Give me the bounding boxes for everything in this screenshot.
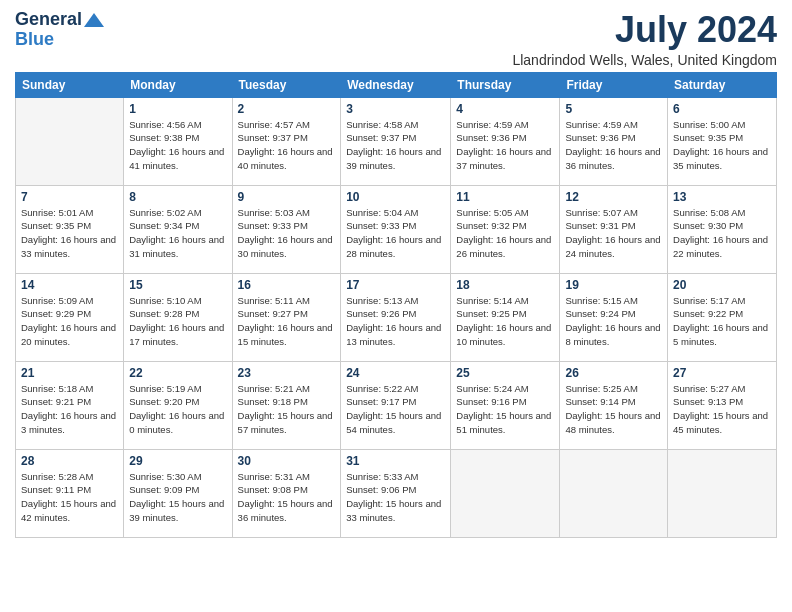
day-number: 1 bbox=[129, 102, 226, 116]
day-info: Sunrise: 5:08 AMSunset: 9:30 PMDaylight:… bbox=[673, 206, 771, 261]
calendar-cell: 7Sunrise: 5:01 AMSunset: 9:35 PMDaylight… bbox=[16, 185, 124, 273]
calendar-cell: 6Sunrise: 5:00 AMSunset: 9:35 PMDaylight… bbox=[668, 97, 777, 185]
day-info: Sunrise: 5:10 AMSunset: 9:28 PMDaylight:… bbox=[129, 294, 226, 349]
weekday-header: Tuesday bbox=[232, 72, 341, 97]
day-number: 29 bbox=[129, 454, 226, 468]
weekday-header: Wednesday bbox=[341, 72, 451, 97]
week-row: 21Sunrise: 5:18 AMSunset: 9:21 PMDayligh… bbox=[16, 361, 777, 449]
day-info: Sunrise: 5:15 AMSunset: 9:24 PMDaylight:… bbox=[565, 294, 662, 349]
weekday-header: Sunday bbox=[16, 72, 124, 97]
day-info: Sunrise: 5:17 AMSunset: 9:22 PMDaylight:… bbox=[673, 294, 771, 349]
logo-icon bbox=[84, 13, 104, 27]
day-number: 15 bbox=[129, 278, 226, 292]
day-info: Sunrise: 5:19 AMSunset: 9:20 PMDaylight:… bbox=[129, 382, 226, 437]
day-number: 24 bbox=[346, 366, 445, 380]
day-info: Sunrise: 5:00 AMSunset: 9:35 PMDaylight:… bbox=[673, 118, 771, 173]
day-number: 5 bbox=[565, 102, 662, 116]
calendar-cell: 12Sunrise: 5:07 AMSunset: 9:31 PMDayligh… bbox=[560, 185, 668, 273]
week-row: 28Sunrise: 5:28 AMSunset: 9:11 PMDayligh… bbox=[16, 449, 777, 537]
day-number: 4 bbox=[456, 102, 554, 116]
calendar-cell: 19Sunrise: 5:15 AMSunset: 9:24 PMDayligh… bbox=[560, 273, 668, 361]
calendar-cell: 10Sunrise: 5:04 AMSunset: 9:33 PMDayligh… bbox=[341, 185, 451, 273]
day-number: 19 bbox=[565, 278, 662, 292]
day-info: Sunrise: 5:33 AMSunset: 9:06 PMDaylight:… bbox=[346, 470, 445, 525]
calendar-cell: 22Sunrise: 5:19 AMSunset: 9:20 PMDayligh… bbox=[124, 361, 232, 449]
day-info: Sunrise: 4:57 AMSunset: 9:37 PMDaylight:… bbox=[238, 118, 336, 173]
day-number: 3 bbox=[346, 102, 445, 116]
day-number: 16 bbox=[238, 278, 336, 292]
day-info: Sunrise: 4:59 AMSunset: 9:36 PMDaylight:… bbox=[456, 118, 554, 173]
day-number: 14 bbox=[21, 278, 118, 292]
calendar-cell: 28Sunrise: 5:28 AMSunset: 9:11 PMDayligh… bbox=[16, 449, 124, 537]
week-row: 1Sunrise: 4:56 AMSunset: 9:38 PMDaylight… bbox=[16, 97, 777, 185]
calendar-cell: 26Sunrise: 5:25 AMSunset: 9:14 PMDayligh… bbox=[560, 361, 668, 449]
calendar-cell: 23Sunrise: 5:21 AMSunset: 9:18 PMDayligh… bbox=[232, 361, 341, 449]
day-number: 23 bbox=[238, 366, 336, 380]
calendar-table: SundayMondayTuesdayWednesdayThursdayFrid… bbox=[15, 72, 777, 538]
day-info: Sunrise: 5:31 AMSunset: 9:08 PMDaylight:… bbox=[238, 470, 336, 525]
calendar-cell bbox=[560, 449, 668, 537]
header: General Blue July 2024 Llandrindod Wells… bbox=[15, 10, 777, 68]
location: Llandrindod Wells, Wales, United Kingdom bbox=[512, 52, 777, 68]
day-number: 28 bbox=[21, 454, 118, 468]
day-info: Sunrise: 5:13 AMSunset: 9:26 PMDaylight:… bbox=[346, 294, 445, 349]
calendar-cell: 13Sunrise: 5:08 AMSunset: 9:30 PMDayligh… bbox=[668, 185, 777, 273]
calendar-cell: 11Sunrise: 5:05 AMSunset: 9:32 PMDayligh… bbox=[451, 185, 560, 273]
calendar-cell: 21Sunrise: 5:18 AMSunset: 9:21 PMDayligh… bbox=[16, 361, 124, 449]
calendar-cell bbox=[451, 449, 560, 537]
day-number: 10 bbox=[346, 190, 445, 204]
day-number: 7 bbox=[21, 190, 118, 204]
day-number: 26 bbox=[565, 366, 662, 380]
calendar-cell: 31Sunrise: 5:33 AMSunset: 9:06 PMDayligh… bbox=[341, 449, 451, 537]
day-info: Sunrise: 5:11 AMSunset: 9:27 PMDaylight:… bbox=[238, 294, 336, 349]
calendar-cell bbox=[668, 449, 777, 537]
day-number: 13 bbox=[673, 190, 771, 204]
day-number: 17 bbox=[346, 278, 445, 292]
day-info: Sunrise: 5:04 AMSunset: 9:33 PMDaylight:… bbox=[346, 206, 445, 261]
day-info: Sunrise: 5:24 AMSunset: 9:16 PMDaylight:… bbox=[456, 382, 554, 437]
weekday-header: Friday bbox=[560, 72, 668, 97]
calendar-cell: 25Sunrise: 5:24 AMSunset: 9:16 PMDayligh… bbox=[451, 361, 560, 449]
day-number: 27 bbox=[673, 366, 771, 380]
week-row: 14Sunrise: 5:09 AMSunset: 9:29 PMDayligh… bbox=[16, 273, 777, 361]
calendar-cell: 29Sunrise: 5:30 AMSunset: 9:09 PMDayligh… bbox=[124, 449, 232, 537]
day-info: Sunrise: 4:58 AMSunset: 9:37 PMDaylight:… bbox=[346, 118, 445, 173]
calendar-cell: 8Sunrise: 5:02 AMSunset: 9:34 PMDaylight… bbox=[124, 185, 232, 273]
day-info: Sunrise: 5:30 AMSunset: 9:09 PMDaylight:… bbox=[129, 470, 226, 525]
day-number: 9 bbox=[238, 190, 336, 204]
day-info: Sunrise: 5:03 AMSunset: 9:33 PMDaylight:… bbox=[238, 206, 336, 261]
logo-blue: Blue bbox=[15, 30, 54, 50]
calendar-cell: 27Sunrise: 5:27 AMSunset: 9:13 PMDayligh… bbox=[668, 361, 777, 449]
day-info: Sunrise: 4:59 AMSunset: 9:36 PMDaylight:… bbox=[565, 118, 662, 173]
calendar-cell: 30Sunrise: 5:31 AMSunset: 9:08 PMDayligh… bbox=[232, 449, 341, 537]
week-row: 7Sunrise: 5:01 AMSunset: 9:35 PMDaylight… bbox=[16, 185, 777, 273]
day-number: 6 bbox=[673, 102, 771, 116]
day-number: 20 bbox=[673, 278, 771, 292]
day-info: Sunrise: 5:09 AMSunset: 9:29 PMDaylight:… bbox=[21, 294, 118, 349]
calendar-cell: 2Sunrise: 4:57 AMSunset: 9:37 PMDaylight… bbox=[232, 97, 341, 185]
day-number: 22 bbox=[129, 366, 226, 380]
calendar-cell: 24Sunrise: 5:22 AMSunset: 9:17 PMDayligh… bbox=[341, 361, 451, 449]
calendar-cell: 15Sunrise: 5:10 AMSunset: 9:28 PMDayligh… bbox=[124, 273, 232, 361]
day-info: Sunrise: 5:01 AMSunset: 9:35 PMDaylight:… bbox=[21, 206, 118, 261]
day-info: Sunrise: 5:28 AMSunset: 9:11 PMDaylight:… bbox=[21, 470, 118, 525]
day-number: 18 bbox=[456, 278, 554, 292]
logo: General Blue bbox=[15, 10, 104, 50]
svg-marker-0 bbox=[84, 13, 104, 27]
day-number: 31 bbox=[346, 454, 445, 468]
page-container: General Blue July 2024 Llandrindod Wells… bbox=[0, 0, 792, 548]
day-number: 2 bbox=[238, 102, 336, 116]
calendar-cell: 4Sunrise: 4:59 AMSunset: 9:36 PMDaylight… bbox=[451, 97, 560, 185]
calendar-cell: 14Sunrise: 5:09 AMSunset: 9:29 PMDayligh… bbox=[16, 273, 124, 361]
month-title: July 2024 bbox=[512, 10, 777, 50]
day-number: 25 bbox=[456, 366, 554, 380]
day-info: Sunrise: 4:56 AMSunset: 9:38 PMDaylight:… bbox=[129, 118, 226, 173]
weekday-header: Monday bbox=[124, 72, 232, 97]
calendar-cell: 17Sunrise: 5:13 AMSunset: 9:26 PMDayligh… bbox=[341, 273, 451, 361]
calendar-cell: 18Sunrise: 5:14 AMSunset: 9:25 PMDayligh… bbox=[451, 273, 560, 361]
weekday-header: Thursday bbox=[451, 72, 560, 97]
day-number: 11 bbox=[456, 190, 554, 204]
calendar-cell: 20Sunrise: 5:17 AMSunset: 9:22 PMDayligh… bbox=[668, 273, 777, 361]
day-info: Sunrise: 5:27 AMSunset: 9:13 PMDaylight:… bbox=[673, 382, 771, 437]
weekday-header: Saturday bbox=[668, 72, 777, 97]
